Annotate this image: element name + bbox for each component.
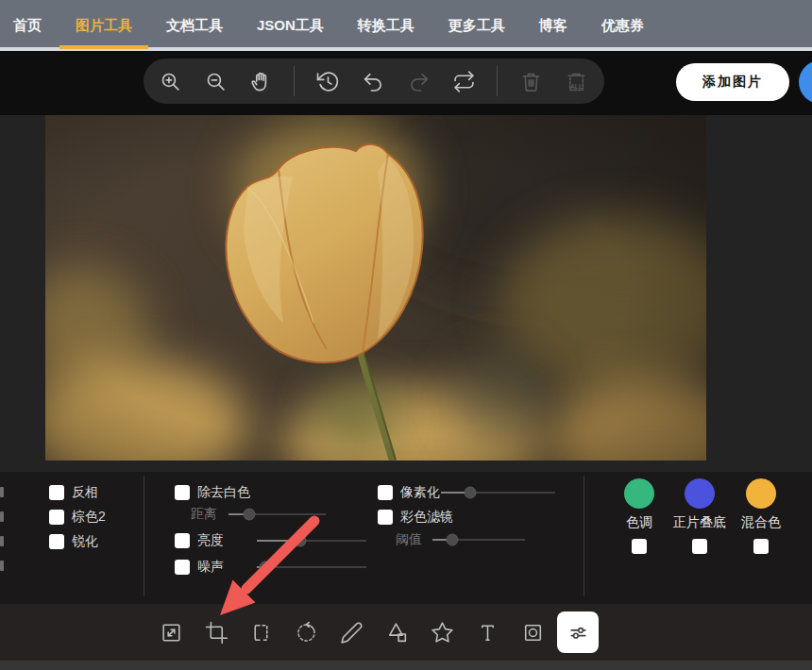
pixelate-slider[interactable] bbox=[441, 484, 555, 501]
page-bottom-strip bbox=[0, 661, 812, 670]
threshold-slider[interactable] bbox=[432, 531, 525, 548]
app: 首页 图片工具 文档工具 JSON工具 转换工具 更多工具 博客 优惠券 bbox=[0, 0, 812, 670]
mix-swatch-label: 混合色 bbox=[741, 514, 781, 531]
sliders-icon bbox=[567, 621, 590, 645]
clipped-edge-fragment bbox=[0, 561, 4, 571]
tool-frame[interactable] bbox=[514, 613, 551, 651]
nav-item-coupons[interactable]: 优惠券 bbox=[601, 2, 644, 49]
rotate-icon bbox=[295, 621, 318, 645]
blend-swatch-mix: 混合色 bbox=[731, 478, 791, 554]
noise-label: 噪声 bbox=[197, 559, 224, 576]
clipped-edge-fragment bbox=[0, 487, 4, 497]
nav-item-convert-tools[interactable]: 转换工具 bbox=[358, 2, 414, 49]
history-icon bbox=[316, 70, 340, 93]
nav-item-doc-tools[interactable]: 文档工具 bbox=[166, 2, 223, 49]
resize-icon bbox=[160, 621, 183, 645]
text-icon bbox=[476, 621, 499, 645]
nav-item-home[interactable]: 首页 bbox=[13, 2, 42, 49]
threshold-label: 阈值 bbox=[396, 531, 422, 548]
tool-shapes[interactable] bbox=[378, 613, 415, 651]
redo-button[interactable] bbox=[396, 59, 441, 104]
tulip-photo bbox=[45, 115, 706, 461]
toolbar-divider bbox=[294, 66, 295, 96]
shapes-icon bbox=[385, 621, 409, 645]
tool-adjust[interactable] bbox=[557, 611, 599, 653]
tool-rotate[interactable] bbox=[287, 613, 325, 651]
reset-loop-button[interactable] bbox=[441, 59, 486, 104]
hand-icon bbox=[249, 70, 273, 93]
slider-thumb[interactable] bbox=[446, 534, 458, 546]
nav-item-json-tools[interactable]: JSON工具 bbox=[257, 2, 324, 49]
toolbar-divider bbox=[497, 66, 498, 96]
nav-item-blog[interactable]: 博客 bbox=[539, 2, 567, 49]
mix-checkbox[interactable] bbox=[753, 539, 769, 554]
invert-label: 反相 bbox=[72, 484, 98, 501]
trash-all-icon: ALL bbox=[565, 70, 588, 93]
brightness-slider[interactable] bbox=[257, 532, 366, 549]
tool-draw[interactable] bbox=[332, 613, 370, 651]
slider-thumb[interactable] bbox=[243, 509, 255, 521]
nav-item-image-tools[interactable]: 图片工具 bbox=[76, 2, 132, 49]
multiply-swatch-label: 正片叠底 bbox=[673, 514, 726, 531]
canvas-toolbar: ALL bbox=[144, 59, 604, 104]
zoom-in-icon bbox=[159, 70, 182, 93]
pencil-icon bbox=[340, 621, 364, 645]
nav-item-more-tools[interactable]: 更多工具 bbox=[448, 2, 505, 49]
zoom-in-button[interactable] bbox=[147, 59, 193, 104]
remove-white-checkbox[interactable] bbox=[175, 485, 190, 500]
sharpen-label: 锐化 bbox=[72, 533, 98, 550]
slider-thumb[interactable] bbox=[260, 561, 272, 574]
mix-swatch-circle[interactable] bbox=[746, 478, 776, 509]
hue-checkbox[interactable] bbox=[632, 539, 647, 554]
distance-slider[interactable] bbox=[228, 506, 326, 523]
sharpen-checkbox[interactable] bbox=[49, 534, 64, 549]
zoom-out-icon bbox=[204, 70, 228, 93]
trash-icon bbox=[519, 70, 543, 93]
sepia2-checkbox[interactable] bbox=[49, 510, 64, 525]
color-filter-label: 彩色滤镜 bbox=[400, 509, 453, 526]
brightness-label: 亮度 bbox=[197, 532, 224, 549]
tool-flip[interactable] bbox=[242, 613, 279, 651]
blend-swatch-multiply: 正片叠底 bbox=[669, 478, 730, 554]
delete-all-button[interactable]: ALL bbox=[553, 59, 599, 104]
color-filter-checkbox[interactable] bbox=[378, 510, 393, 525]
panel-divider bbox=[144, 476, 144, 596]
frame-icon bbox=[521, 621, 545, 645]
remove-white-label: 除去白色 bbox=[197, 484, 250, 501]
noise-checkbox[interactable] bbox=[175, 560, 190, 575]
slider-thumb[interactable] bbox=[465, 487, 477, 499]
loop-icon bbox=[452, 70, 476, 93]
pan-hand-button[interactable] bbox=[238, 59, 283, 104]
distance-label: 距离 bbox=[191, 506, 217, 523]
brightness-checkbox[interactable] bbox=[175, 533, 190, 548]
flip-icon bbox=[249, 621, 273, 645]
tool-resize[interactable] bbox=[152, 613, 190, 651]
pixelate-checkbox[interactable] bbox=[378, 485, 393, 500]
delete-button[interactable] bbox=[508, 59, 553, 104]
tool-crop[interactable] bbox=[197, 613, 235, 651]
clipped-edge-fragment bbox=[0, 536, 4, 546]
multiply-swatch-circle[interactable] bbox=[685, 478, 715, 509]
invert-checkbox[interactable] bbox=[49, 485, 64, 500]
sepia2-label: 棕色2 bbox=[72, 509, 106, 526]
history-button[interactable] bbox=[305, 59, 350, 104]
multiply-checkbox[interactable] bbox=[692, 539, 707, 554]
undo-icon bbox=[362, 70, 385, 93]
undo-button[interactable] bbox=[350, 59, 396, 104]
zoom-out-button[interactable] bbox=[193, 59, 238, 104]
top-nav: 首页 图片工具 文档工具 JSON工具 转换工具 更多工具 博客 优惠券 bbox=[0, 0, 812, 51]
hue-swatch-label: 色调 bbox=[626, 514, 652, 531]
slider-thumb[interactable] bbox=[295, 535, 307, 547]
noise-slider[interactable] bbox=[257, 559, 366, 576]
hue-swatch-circle[interactable] bbox=[624, 478, 654, 509]
panel-divider bbox=[584, 476, 584, 596]
blend-swatch-hue: 色调 bbox=[609, 478, 669, 554]
canvas-image[interactable] bbox=[45, 115, 706, 461]
star-icon bbox=[431, 621, 454, 645]
active-tab-underline bbox=[59, 45, 148, 49]
clipped-edge-fragment bbox=[0, 511, 4, 522]
tool-text[interactable] bbox=[468, 613, 506, 651]
add-image-button[interactable]: 添加图片 bbox=[676, 63, 789, 101]
crop-icon bbox=[205, 621, 228, 645]
tool-star[interactable] bbox=[423, 613, 461, 651]
